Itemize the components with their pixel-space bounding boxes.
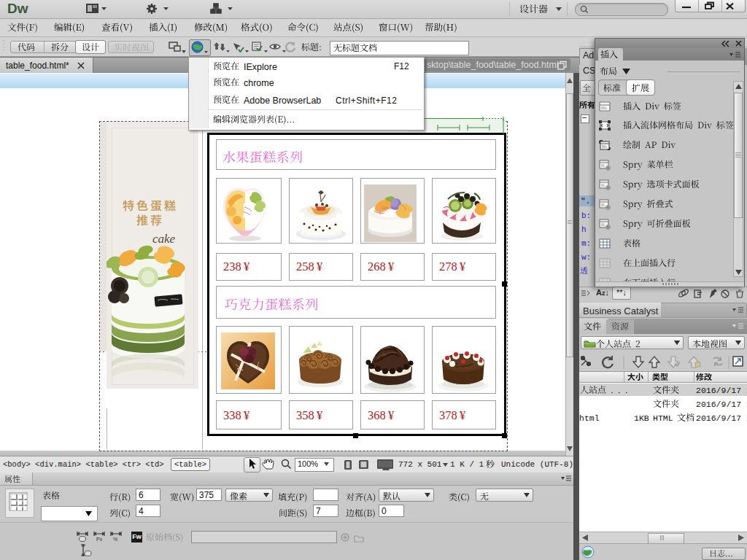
svg-text:Good: Good: [382, 205, 393, 211]
svg-text:Px: Px: [96, 537, 103, 542]
svg-text:%: %: [113, 537, 117, 542]
